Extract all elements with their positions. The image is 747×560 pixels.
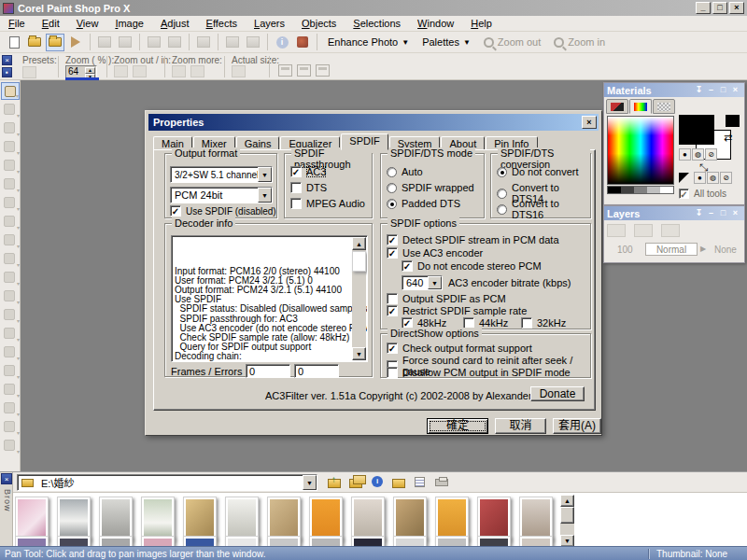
close-icon[interactable]: × bbox=[729, 208, 741, 219]
ok-button[interactable]: 確定 bbox=[427, 418, 488, 434]
object-remover-tool[interactable] bbox=[1, 325, 20, 343]
tool-options-close-icon[interactable]: × bbox=[2, 55, 12, 65]
new-image-button[interactable] bbox=[5, 34, 23, 51]
output-sample-format-select[interactable]: PCM 24bit▼ bbox=[170, 187, 273, 203]
scratch-remover-tool[interactable] bbox=[1, 306, 20, 324]
mode-auto-radio[interactable]: Auto bbox=[387, 166, 423, 177]
maximize-icon[interactable]: □ bbox=[717, 85, 729, 96]
menu-layers[interactable]: Layers bbox=[246, 16, 293, 31]
maximize-icon[interactable]: □ bbox=[717, 208, 729, 219]
chevron-down-icon[interactable]: ▼ bbox=[258, 167, 272, 182]
foreground-color-swatch[interactable] bbox=[679, 115, 714, 145]
fill-swatch[interactable] bbox=[679, 173, 689, 183]
pin-icon[interactable]: ↧ bbox=[693, 85, 705, 96]
all-tools-checkbox[interactable]: All tools bbox=[679, 189, 726, 199]
menu-selections[interactable]: Selections bbox=[345, 16, 409, 31]
scroll-up-icon[interactable]: ▲ bbox=[352, 237, 366, 250]
perspective-correction-tool[interactable] bbox=[1, 231, 20, 249]
dts-checkbox[interactable]: DTS bbox=[290, 182, 327, 193]
decoder-info-listbox[interactable]: Input format: PCM16 2/0 (stereo) 44100Us… bbox=[171, 235, 368, 362]
scroll-down-icon[interactable]: ▼ bbox=[352, 347, 366, 360]
list-view-button[interactable] bbox=[413, 475, 429, 489]
cancel-button[interactable]: 取消 bbox=[495, 418, 546, 434]
thumbnail[interactable] bbox=[15, 497, 49, 541]
eraser-tool[interactable] bbox=[1, 362, 20, 380]
thumbnail[interactable] bbox=[309, 497, 343, 541]
straighten-tool[interactable] bbox=[1, 213, 20, 231]
full-window-button[interactable] bbox=[316, 64, 330, 77]
swap-colors-icon[interactable]: ⇄ bbox=[724, 132, 732, 144]
thumbnail[interactable] bbox=[393, 497, 427, 541]
apply-button[interactable]: 套用(A) bbox=[553, 418, 601, 434]
selection-tool[interactable] bbox=[1, 119, 20, 137]
scroll-up-icon[interactable]: ▲ bbox=[560, 495, 574, 507]
grayscale-strip[interactable] bbox=[607, 186, 674, 194]
open-button[interactable] bbox=[25, 34, 44, 51]
window-titlebar[interactable]: Corel Paint Shop Pro X _ □ × bbox=[0, 0, 747, 16]
menu-edit[interactable]: Edit bbox=[34, 16, 68, 31]
fill-color-button[interactable]: ● bbox=[694, 172, 706, 184]
browse-button[interactable] bbox=[46, 34, 64, 51]
menu-file[interactable]: File bbox=[0, 16, 34, 31]
palettes-button[interactable]: Palettes▼ bbox=[416, 35, 477, 49]
fit-image-button[interactable] bbox=[297, 64, 311, 77]
tab-swatches[interactable] bbox=[653, 99, 675, 114]
convert-dts16-radio[interactable]: Convert to DTS16 bbox=[497, 198, 590, 220]
thumbnail[interactable] bbox=[225, 497, 259, 541]
crop-tool[interactable] bbox=[1, 194, 20, 212]
makeover-tool[interactable] bbox=[1, 269, 20, 287]
menu-window[interactable]: Window bbox=[409, 16, 462, 31]
chevron-down-icon[interactable]: ▼ bbox=[303, 475, 317, 490]
dropper-tool[interactable] bbox=[1, 175, 20, 193]
copy-to-button[interactable] bbox=[348, 475, 364, 489]
disallow-pcm-checkbox[interactable]: Disallow PCM output in SPDIF mode bbox=[387, 367, 571, 378]
menu-effects[interactable]: Effects bbox=[198, 16, 246, 31]
mode-spdif-wrapped-radio[interactable]: SPDIF wrapped bbox=[387, 182, 474, 193]
tab-frame[interactable] bbox=[606, 99, 628, 114]
up-one-level-button[interactable]: ↑ bbox=[327, 475, 343, 489]
menu-help[interactable]: Help bbox=[462, 16, 500, 31]
donate-button[interactable]: Donate bbox=[530, 386, 585, 401]
path-select[interactable]: E:\婚紗 ▼ bbox=[17, 474, 317, 491]
dialog-titlebar[interactable]: Properties × bbox=[148, 114, 599, 131]
image-info-button[interactable]: i bbox=[370, 475, 386, 489]
output-as-pcm-checkbox[interactable]: Output SPDIF as PCM bbox=[387, 293, 506, 304]
materials-titlebar[interactable]: Materials ↧ – □ × bbox=[604, 83, 744, 97]
tab-spdif[interactable]: SPDIF bbox=[341, 133, 388, 150]
use-spdif-checkbox[interactable]: Use SPDIF (disabled) bbox=[170, 205, 276, 217]
tab-gains[interactable]: Gains bbox=[236, 136, 280, 150]
chevron-down-icon[interactable]: ▼ bbox=[428, 276, 442, 289]
text-tool[interactable] bbox=[1, 399, 20, 417]
pick-tool[interactable] bbox=[1, 101, 20, 119]
thumbnail[interactable] bbox=[519, 497, 553, 541]
freehand-selection-tool[interactable] bbox=[1, 138, 20, 156]
restrict-rate-checkbox[interactable]: Restrict SPDIF sample rate bbox=[387, 305, 527, 316]
output-channels-select[interactable]: 3/2+SW 5.1 channels▼ bbox=[170, 166, 273, 183]
flood-fill-tool[interactable] bbox=[1, 381, 20, 399]
pin-icon[interactable]: ↧ bbox=[693, 208, 705, 219]
help-context-button[interactable]: i bbox=[273, 34, 291, 51]
mpeg-audio-checkbox[interactable]: MPEG Audio bbox=[290, 198, 365, 209]
pan-tool[interactable] bbox=[1, 82, 20, 100]
new-folder-button[interactable] bbox=[391, 475, 407, 489]
browser-close-icon[interactable]: × bbox=[1, 473, 12, 484]
do-not-convert-radio[interactable]: Do not convert bbox=[497, 166, 579, 177]
gradient-style-button[interactable]: ◍ bbox=[692, 148, 704, 161]
browser-scrollbar[interactable]: ▲ ▼ bbox=[560, 495, 574, 547]
color-style-button[interactable]: ● bbox=[679, 148, 691, 161]
detect-spdif-checkbox[interactable]: Detect SPDIF stream in PCM data bbox=[387, 234, 559, 245]
check-output-checkbox[interactable]: Check output format support bbox=[387, 343, 532, 354]
layers-titlebar[interactable]: Layers ↧ – □ × bbox=[604, 206, 744, 220]
thumbnail[interactable] bbox=[183, 497, 217, 541]
stroke-swatch[interactable] bbox=[726, 115, 740, 127]
tab-rainbow[interactable] bbox=[629, 99, 652, 114]
makeover-button[interactable] bbox=[293, 34, 312, 51]
preset-shape-tool[interactable] bbox=[1, 418, 20, 436]
maximize-icon[interactable]: □ bbox=[712, 2, 727, 14]
thumbnail[interactable] bbox=[57, 497, 91, 541]
scrollbar-thumb[interactable] bbox=[352, 251, 366, 272]
mode-padded-dts-radio[interactable]: Padded DTS bbox=[387, 198, 460, 209]
thumbnail[interactable] bbox=[435, 497, 469, 541]
red-eye-tool[interactable] bbox=[1, 250, 20, 268]
thumbnail[interactable] bbox=[477, 497, 511, 541]
